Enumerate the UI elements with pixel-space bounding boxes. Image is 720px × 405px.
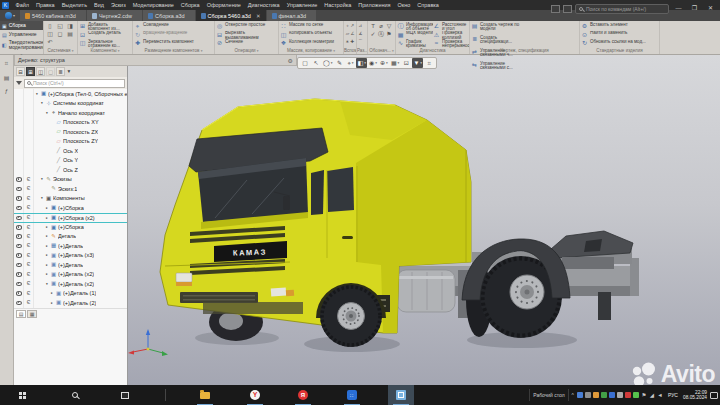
system-tool-icon[interactable]: ▯ [45,22,55,30]
viewport-tool-icon[interactable]: ⌖ [345,58,355,68]
viewport-tool-icon[interactable]: ⊕ [379,58,389,68]
clock[interactable]: 22:09 08.05.2024 [683,390,707,401]
document-tab[interactable]: Сборка.a3d [143,10,195,21]
visibility-eye-icon[interactable] [16,177,22,182]
ribbon-command[interactable]: ⊟ Вырезать выдавливанием [216,31,277,40]
tree-row[interactable]: Є ▸ ▣ (+)Деталь (x3) [14,251,127,261]
yandex-app-icon[interactable]: Я [290,385,316,405]
ribbon-command[interactable]: ▤ Создать чертеж по модели [471,22,525,35]
tray-icon[interactable] [585,392,591,398]
load-state-icon[interactable]: Є [27,253,31,258]
menu-item[interactable]: Справка [414,0,443,10]
tree-row[interactable]: Є ▾ ⊹ Системы координат [14,99,127,109]
aux-tool-icon[interactable]: ✚ [350,38,355,46]
filter-icon[interactable] [16,81,22,85]
tray-icon[interactable] [633,392,639,398]
visibility-eye-icon[interactable] [16,234,22,239]
visibility-eye-icon[interactable] [16,196,22,201]
messenger-app-icon[interactable]: ∷ [339,385,365,405]
system-tool-icon[interactable]: ◫ [45,30,55,38]
tray-icon[interactable] [593,392,599,398]
document-tab[interactable]: Сборка 5460.a3d ✕ [196,10,266,21]
panel-switch-icon[interactable]: ▤ [4,74,10,81]
tray-icon[interactable] [625,392,631,398]
menu-item[interactable]: Приложения [355,0,394,10]
viewport-tool-icon[interactable]: ◧ [356,58,366,68]
ribbon-command[interactable]: ⚙ Вставить элемент [581,22,658,31]
tree-row[interactable]: Є ▱ Плоскость ZY [14,137,127,147]
load-state-icon[interactable]: Є [27,196,31,201]
tray-icon[interactable] [617,392,623,398]
visibility-eye-icon[interactable] [16,244,22,249]
tree-row[interactable]: Є ▾ ✎ Эскизы [14,175,127,185]
maximize-button[interactable]: ❐ [688,3,701,14]
restore-doc-icon[interactable] [551,5,560,13]
tree-toolbar-icon[interactable]: ▾ [66,67,72,76]
document-tab[interactable]: финал.a3d [267,10,317,21]
viewport-tool-icon[interactable]: ⌗ [424,58,434,68]
tree-row[interactable]: Є ▸ ▦ (+)Деталь [14,241,127,251]
tree-toolbar-icon[interactable]: ⊞ [26,67,35,76]
task-view-icon[interactable] [112,385,138,405]
ribbon-command[interactable]: ∷ Массив по сетке [280,22,342,31]
tree-row[interactable]: Є ▾ ▣ (+)Деталь (x2) [14,279,127,289]
load-state-icon[interactable]: Є [27,291,31,296]
designation-tool-icon[interactable]: ✓ [369,30,377,38]
ribbon-tab[interactable]: ▣ Сборка [0,21,43,30]
tree-row[interactable]: Є ▸ ▣ (+)Сборка (x2) [14,213,127,223]
ribbon-command[interactable]: ↻ Вращение-вращение [134,31,213,40]
ribbon-command[interactable]: ⊡ Создать деталь [79,31,131,40]
tree-row[interactable]: Є ▸ ▣ (+)Сборка [14,203,127,213]
load-state-icon[interactable]: Є [27,225,31,230]
tree-row[interactable]: Є ▸ ▣ (+)Деталь (x2) [14,270,127,280]
viewport-tool-icon[interactable]: ◉ [368,58,378,68]
new-window-icon[interactable] [563,5,572,13]
visibility-eye-icon[interactable] [16,216,22,221]
menu-item[interactable]: Настройка [321,0,355,10]
tree-row[interactable]: Є ▾ ⌖ Начало координат [14,108,127,118]
truck-model[interactable]: КАМАЗ [128,55,720,385]
ribbon-collapse-chevron-icon[interactable]: ⌄ [0,51,43,57]
viewport-tool-icon[interactable]: ⊡ [401,58,411,68]
visibility-eye-icon[interactable] [16,272,22,277]
tree-row[interactable]: Є ╱ Ось X [14,146,127,156]
kompas-taskbar-icon[interactable] [388,385,414,405]
panel-switch-icon[interactable]: ƒ [5,88,8,94]
tree-row[interactable]: Є ✎ Эскиз:1 [14,184,127,194]
ribbon-tab[interactable]: ◧ Твердотельное моделирование [0,39,43,51]
designation-tool-icon[interactable]: ⌀ [377,22,385,30]
app-menu-button[interactable]: ▾ [0,10,20,21]
ribbon-command[interactable]: ⇆ Управление связанными с... [471,61,525,74]
tree-row[interactable]: Є ▱ Плоскость ZX [14,127,127,137]
tree-search-input[interactable]: Поиск (Ctrl+/) [24,79,125,88]
tree-row[interactable]: Є ▱ Плоскость XY [14,118,127,128]
viewport-tool-icon[interactable]: ↖ [311,58,321,68]
tree-toolbar-icon[interactable]: ⊟ [16,67,25,76]
designation-tool-icon[interactable]: ⚑ [385,30,393,38]
designation-tool-icon[interactable]: ▽ [385,22,393,30]
menu-item[interactable]: Вид [91,0,108,10]
action-center-icon[interactable] [710,392,718,399]
menu-item[interactable]: Моделирование [129,0,177,10]
menu-item[interactable]: Окно [394,0,414,10]
tree-row[interactable]: Є ▾ ▣ (+)Сборка (Тел-0, Сборочных единиц… [14,89,127,99]
tree-row[interactable]: Є ▸ ▣ (+)Деталь (1) [14,289,127,299]
menu-item[interactable]: Правка [33,0,59,10]
visibility-eye-icon[interactable] [16,263,22,268]
load-state-icon[interactable]: Є [27,186,31,191]
raz-tool-icon[interactable]: ⊿ [358,22,363,30]
viewport-tool-icon[interactable]: ◯ [322,58,333,68]
tree-row[interactable]: Є ▸ ▣ (+)Сборка [14,222,127,232]
menu-item[interactable]: Диагностика [244,0,283,10]
load-state-icon[interactable]: Є [27,272,31,277]
tree-row[interactable]: Є ▾ ▣ Компоненты [14,194,127,204]
raz-tool-icon[interactable]: ⌒ [358,38,363,46]
tree-toolbar-icon[interactable]: ◫ [36,67,45,76]
visibility-eye-icon[interactable] [16,206,22,211]
system-tool-icon[interactable]: ▤ [65,30,75,38]
system-tool-icon[interactable]: ↶ [45,38,55,46]
tray-icon[interactable] [609,392,615,398]
designation-tool-icon[interactable]: Ⓐ [377,30,385,38]
ribbon-command[interactable]: ◫ Копировать объекты [280,31,342,40]
yandex-browser-icon[interactable]: Y [242,385,268,405]
